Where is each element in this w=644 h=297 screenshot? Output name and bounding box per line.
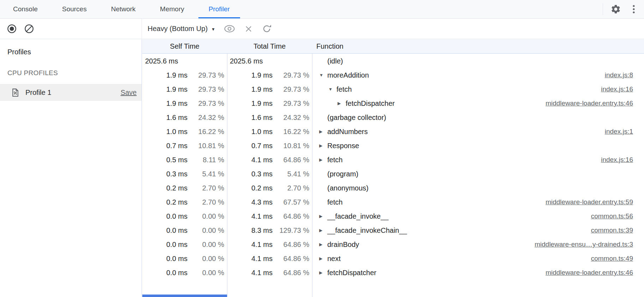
self-time-percent: 0.00 % bbox=[187, 212, 224, 220]
table-row[interactable]: 1.9 ms29.73 %1.9 ms29.73 %▼moreAdditioni… bbox=[142, 68, 644, 82]
function-cell: ▼moreAdditionindex.js:8 bbox=[312, 71, 644, 79]
profile-name: Profile 1 bbox=[25, 89, 51, 97]
total-time-ms: 4.1 ms bbox=[251, 156, 273, 164]
tab-console[interactable]: Console bbox=[3, 0, 48, 18]
profile-list-item[interactable]: Profile 1 Save bbox=[0, 84, 142, 101]
total-time-ms: 0.3 ms bbox=[251, 170, 273, 178]
total-time-cell: 1.0 ms16.22 % bbox=[227, 128, 312, 136]
expand-right-icon[interactable]: ▶ bbox=[319, 242, 327, 247]
expand-right-icon[interactable]: ▶ bbox=[319, 214, 327, 219]
total-time-ms: 1.6 ms bbox=[251, 114, 273, 122]
save-profile-link[interactable]: Save bbox=[120, 89, 137, 97]
tab-sources[interactable]: Sources bbox=[52, 0, 97, 18]
function-cell: ▶__facade_invoke__common.ts:56 bbox=[312, 212, 644, 220]
self-time-cell: 1.9 ms29.73 % bbox=[142, 71, 227, 79]
tab-memory[interactable]: Memory bbox=[150, 0, 195, 18]
expand-down-icon[interactable]: ▼ bbox=[328, 87, 336, 92]
restore-all-button[interactable] bbox=[262, 24, 272, 34]
source-location-link[interactable]: common.ts:39 bbox=[591, 226, 644, 234]
table-row[interactable]: 0.0 ms0.00 %4.1 ms64.86 %▶nextcommon.ts:… bbox=[142, 251, 644, 266]
self-time-percent: 5.41 % bbox=[187, 170, 224, 178]
table-row[interactable]: 0.5 ms8.11 %4.1 ms64.86 %▶fetchindex.js:… bbox=[142, 153, 644, 167]
total-time-ms: 4.1 ms bbox=[251, 255, 273, 263]
total-time-percent: 64.86 % bbox=[273, 241, 309, 249]
source-location-link[interactable]: common.ts:49 bbox=[591, 255, 644, 262]
expand-right-icon[interactable]: ▶ bbox=[319, 157, 327, 162]
source-location-link[interactable]: middleware-loader.entry.ts:46 bbox=[545, 269, 644, 277]
expand-right-icon[interactable]: ▶ bbox=[338, 101, 346, 106]
function-name: __facade_invokeChain__ bbox=[327, 226, 407, 235]
self-time-cell: 1.9 ms29.73 % bbox=[142, 99, 227, 108]
settings-button[interactable] bbox=[610, 4, 621, 14]
self-time-percent: 29.73 % bbox=[187, 71, 224, 79]
focus-selected-button[interactable] bbox=[224, 25, 235, 33]
self-time-percent: 0.00 % bbox=[187, 255, 224, 263]
clear-profiles-button[interactable] bbox=[24, 24, 34, 34]
total-time-cell: 0.2 ms2.70 % bbox=[227, 184, 312, 192]
self-time-ms: 0.2 ms bbox=[166, 198, 187, 206]
table-row[interactable]: 0.7 ms10.81 %0.7 ms10.81 %▶Response bbox=[142, 139, 644, 153]
source-location-link[interactable]: index.js:16 bbox=[601, 85, 644, 93]
table-row[interactable]: 1.9 ms29.73 %1.9 ms29.73 %▼fetchindex.js… bbox=[142, 82, 644, 96]
expand-right-icon[interactable]: ▶ bbox=[319, 256, 327, 261]
tab-strip: ConsoleSourcesNetworkMemoryProfiler bbox=[0, 0, 240, 18]
source-location-link[interactable]: middleware-loader.entry.ts:59 bbox=[545, 198, 644, 206]
table-row[interactable]: 0.0 ms0.00 %8.3 ms129.73 %▶__facade_invo… bbox=[142, 223, 644, 237]
function-name: (anonymous) bbox=[327, 184, 369, 192]
expand-right-icon[interactable]: ▶ bbox=[319, 228, 327, 233]
total-time-percent: 129.73 % bbox=[273, 226, 309, 235]
function-name: fetchDispatcher bbox=[327, 269, 376, 277]
table-row[interactable]: 0.2 ms2.70 %4.3 ms67.57 %fetchmiddleware… bbox=[142, 195, 644, 209]
total-time-column-header[interactable]: Total Time bbox=[227, 42, 312, 50]
function-cell: (program) bbox=[312, 170, 644, 178]
table-row[interactable]: 0.2 ms2.70 %0.2 ms2.70 %(anonymous) bbox=[142, 181, 644, 195]
source-location-link[interactable]: middleware-loader.entry.ts:46 bbox=[545, 99, 644, 107]
total-time-ms: 4.1 ms bbox=[251, 269, 273, 277]
profile-view-select[interactable]: Heavy (Bottom Up) ▼ bbox=[148, 25, 215, 33]
function-cell: ▶fetchindex.js:16 bbox=[312, 156, 644, 164]
total-time-cell: 4.1 ms64.86 % bbox=[227, 156, 312, 164]
expand-right-icon[interactable]: ▶ bbox=[319, 270, 327, 275]
expand-down-icon[interactable]: ▼ bbox=[319, 73, 327, 78]
exclude-selected-button[interactable] bbox=[244, 24, 254, 34]
self-time-cell: 0.0 ms0.00 % bbox=[142, 212, 227, 220]
self-time-cell: 0.2 ms2.70 % bbox=[142, 198, 227, 206]
table-row[interactable]: 1.9 ms29.73 %1.9 ms29.73 %▶fetchDispatch… bbox=[142, 96, 644, 110]
expand-right-icon[interactable]: ▶ bbox=[319, 143, 327, 148]
record-button[interactable] bbox=[7, 24, 17, 34]
table-row[interactable]: 0.3 ms5.41 %0.3 ms5.41 %(program) bbox=[142, 167, 644, 181]
table-row[interactable]: 0.0 ms0.00 %4.1 ms64.86 %▶drainBodymiddl… bbox=[142, 237, 644, 251]
table-row[interactable]: 0.0 ms0.00 %4.1 ms64.86 %▶__facade_invok… bbox=[142, 209, 644, 223]
self-time-cell: 0.7 ms10.81 % bbox=[142, 142, 227, 150]
tab-profiler[interactable]: Profiler bbox=[198, 0, 240, 18]
total-time-cell: 1.9 ms29.73 % bbox=[227, 99, 312, 108]
total-time-percent: 2.70 % bbox=[273, 184, 309, 192]
total-time-percent: 24.32 % bbox=[273, 114, 309, 122]
self-time-column-header[interactable]: Self Time bbox=[142, 42, 227, 50]
total-time-percent: 67.57 % bbox=[273, 198, 309, 206]
expand-right-icon[interactable]: ▶ bbox=[319, 129, 327, 134]
table-row[interactable]: 2025.6 ms2025.6 ms(idle) bbox=[142, 54, 644, 68]
self-time-ms: 0.0 ms bbox=[166, 269, 187, 277]
tab-network[interactable]: Network bbox=[101, 0, 146, 18]
source-location-link[interactable]: index.js:1 bbox=[605, 128, 644, 135]
source-location-link[interactable]: common.ts:56 bbox=[591, 212, 644, 220]
source-location-link[interactable]: index.js:16 bbox=[601, 156, 644, 164]
table-row[interactable]: 0.0 ms0.00 %4.1 ms64.86 %▶fetchDispatche… bbox=[142, 266, 644, 280]
horizontal-scrollbar-thumb[interactable] bbox=[142, 295, 227, 297]
function-cell: fetchmiddleware-loader.entry.ts:59 bbox=[312, 198, 644, 206]
self-time-percent: 10.81 % bbox=[187, 142, 224, 150]
total-time-cell: 1.6 ms24.32 % bbox=[227, 114, 312, 122]
more-options-button[interactable] bbox=[628, 5, 639, 14]
function-cell: (idle) bbox=[312, 57, 644, 65]
table-row[interactable]: 1.0 ms16.22 %1.0 ms16.22 %▶addNumbersind… bbox=[142, 125, 644, 139]
function-cell: ▶fetchDispatchermiddleware-loader.entry.… bbox=[312, 99, 644, 108]
table-body: 2025.6 ms2025.6 ms(idle)1.9 ms29.73 %1.9… bbox=[142, 54, 644, 297]
table-row[interactable]: 1.6 ms24.32 %1.6 ms24.32 %(garbage colle… bbox=[142, 110, 644, 125]
function-cell: (anonymous) bbox=[312, 184, 644, 192]
function-column-header[interactable]: Function bbox=[312, 42, 644, 50]
function-name: (program) bbox=[327, 170, 358, 178]
source-location-link[interactable]: middleware-ensu…y-drained.ts:3 bbox=[535, 241, 644, 248]
source-location-link[interactable]: index.js:8 bbox=[605, 71, 644, 79]
self-time-percent: 2.70 % bbox=[187, 198, 224, 206]
